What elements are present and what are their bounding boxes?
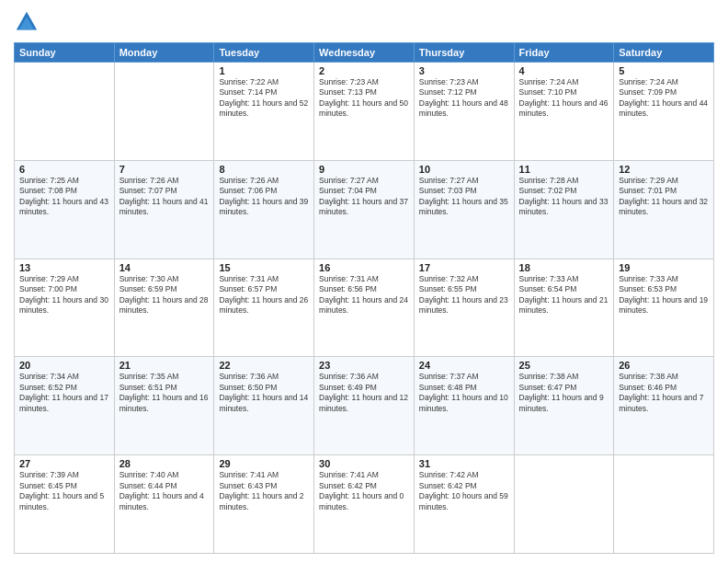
cell-info: Sunrise: 7:41 AMSunset: 6:43 PMDaylight:… — [219, 470, 309, 512]
calendar-cell — [614, 455, 714, 554]
calendar-cell: 5Sunrise: 7:24 AMSunset: 7:09 PMDaylight… — [614, 63, 714, 161]
day-number: 2 — [319, 65, 409, 76]
calendar-cell: 20Sunrise: 7:34 AMSunset: 6:52 PMDayligh… — [15, 357, 115, 455]
calendar-cell — [514, 455, 614, 554]
day-number: 14 — [119, 262, 210, 273]
cell-info: Sunrise: 7:36 AMSunset: 6:49 PMDaylight:… — [319, 372, 409, 414]
cell-info: Sunrise: 7:30 AMSunset: 6:59 PMDaylight:… — [119, 274, 210, 316]
cell-info: Sunrise: 7:29 AMSunset: 7:00 PMDaylight:… — [19, 274, 109, 316]
weekday-header-saturday: Saturday — [614, 43, 714, 63]
day-number: 27 — [19, 458, 109, 469]
calendar-cell: 19Sunrise: 7:33 AMSunset: 6:53 PMDayligh… — [614, 259, 714, 357]
cell-info: Sunrise: 7:42 AMSunset: 6:42 PMDaylight:… — [419, 470, 509, 512]
day-number: 16 — [319, 262, 409, 273]
day-number: 20 — [19, 360, 109, 371]
cell-info: Sunrise: 7:38 AMSunset: 6:46 PMDaylight:… — [619, 372, 709, 414]
day-number: 9 — [319, 164, 409, 175]
day-number: 22 — [219, 360, 309, 371]
day-number: 5 — [619, 65, 709, 76]
weekday-header-monday: Monday — [114, 43, 214, 63]
day-number: 31 — [419, 458, 509, 469]
weekday-header-tuesday: Tuesday — [214, 43, 314, 63]
calendar-row-3: 20Sunrise: 7:34 AMSunset: 6:52 PMDayligh… — [15, 357, 714, 455]
day-number: 28 — [119, 458, 210, 469]
day-number: 30 — [319, 458, 409, 469]
calendar-cell: 3Sunrise: 7:23 AMSunset: 7:12 PMDaylight… — [414, 63, 514, 161]
page: SundayMondayTuesdayWednesdayThursdayFrid… — [0, 0, 728, 563]
calendar-cell: 26Sunrise: 7:38 AMSunset: 6:46 PMDayligh… — [614, 357, 714, 455]
cell-info: Sunrise: 7:35 AMSunset: 6:51 PMDaylight:… — [119, 372, 210, 414]
cell-info: Sunrise: 7:27 AMSunset: 7:04 PMDaylight:… — [319, 176, 409, 218]
calendar-cell: 16Sunrise: 7:31 AMSunset: 6:56 PMDayligh… — [314, 259, 415, 357]
calendar-cell: 27Sunrise: 7:39 AMSunset: 6:45 PMDayligh… — [15, 455, 115, 554]
day-number: 24 — [419, 360, 509, 371]
cell-info: Sunrise: 7:33 AMSunset: 6:53 PMDaylight:… — [619, 274, 709, 316]
weekday-header-wednesday: Wednesday — [314, 43, 415, 63]
calendar-table: SundayMondayTuesdayWednesdayThursdayFrid… — [14, 42, 714, 554]
cell-info: Sunrise: 7:31 AMSunset: 6:57 PMDaylight:… — [219, 274, 309, 316]
calendar-cell: 11Sunrise: 7:28 AMSunset: 7:02 PMDayligh… — [514, 160, 614, 259]
calendar-row-2: 13Sunrise: 7:29 AMSunset: 7:00 PMDayligh… — [15, 259, 714, 357]
day-number: 1 — [219, 65, 309, 76]
weekday-header-thursday: Thursday — [414, 43, 514, 63]
day-number: 18 — [519, 262, 609, 273]
cell-info: Sunrise: 7:39 AMSunset: 6:45 PMDaylight:… — [19, 470, 109, 512]
calendar-cell: 21Sunrise: 7:35 AMSunset: 6:51 PMDayligh… — [114, 357, 214, 455]
calendar-cell: 23Sunrise: 7:36 AMSunset: 6:49 PMDayligh… — [314, 357, 415, 455]
day-number: 19 — [619, 262, 709, 273]
calendar-cell: 4Sunrise: 7:24 AMSunset: 7:10 PMDaylight… — [514, 63, 614, 161]
calendar-cell: 10Sunrise: 7:27 AMSunset: 7:03 PMDayligh… — [414, 160, 514, 259]
calendar-cell: 1Sunrise: 7:22 AMSunset: 7:14 PMDaylight… — [214, 63, 314, 161]
calendar-cell: 30Sunrise: 7:41 AMSunset: 6:42 PMDayligh… — [314, 455, 415, 554]
calendar-cell: 29Sunrise: 7:41 AMSunset: 6:43 PMDayligh… — [214, 455, 314, 554]
calendar-cell: 31Sunrise: 7:42 AMSunset: 6:42 PMDayligh… — [414, 455, 514, 554]
calendar-cell: 12Sunrise: 7:29 AMSunset: 7:01 PMDayligh… — [614, 160, 714, 259]
day-number: 21 — [119, 360, 210, 371]
cell-info: Sunrise: 7:22 AMSunset: 7:14 PMDaylight:… — [219, 77, 309, 120]
cell-info: Sunrise: 7:41 AMSunset: 6:42 PMDaylight:… — [319, 470, 409, 512]
calendar-cell: 15Sunrise: 7:31 AMSunset: 6:57 PMDayligh… — [214, 259, 314, 357]
cell-info: Sunrise: 7:29 AMSunset: 7:01 PMDaylight:… — [619, 176, 709, 218]
cell-info: Sunrise: 7:24 AMSunset: 7:10 PMDaylight:… — [519, 77, 609, 120]
cell-info: Sunrise: 7:32 AMSunset: 6:55 PMDaylight:… — [419, 274, 509, 316]
calendar-cell: 6Sunrise: 7:25 AMSunset: 7:08 PMDaylight… — [15, 160, 115, 259]
calendar-cell: 22Sunrise: 7:36 AMSunset: 6:50 PMDayligh… — [214, 357, 314, 455]
cell-info: Sunrise: 7:40 AMSunset: 6:44 PMDaylight:… — [119, 470, 210, 512]
cell-info: Sunrise: 7:24 AMSunset: 7:09 PMDaylight:… — [619, 77, 709, 120]
cell-info: Sunrise: 7:28 AMSunset: 7:02 PMDaylight:… — [519, 176, 609, 218]
header — [14, 9, 714, 35]
day-number: 25 — [519, 360, 609, 371]
calendar-cell — [15, 63, 115, 161]
logo-icon — [14, 9, 40, 35]
day-number: 3 — [419, 65, 509, 76]
cell-info: Sunrise: 7:38 AMSunset: 6:47 PMDaylight:… — [519, 372, 609, 414]
day-number: 17 — [419, 262, 509, 273]
calendar-cell: 28Sunrise: 7:40 AMSunset: 6:44 PMDayligh… — [114, 455, 214, 554]
day-number: 6 — [19, 164, 109, 175]
calendar-cell: 9Sunrise: 7:27 AMSunset: 7:04 PMDaylight… — [314, 160, 415, 259]
calendar-cell: 7Sunrise: 7:26 AMSunset: 7:07 PMDaylight… — [114, 160, 214, 259]
calendar-row-1: 6Sunrise: 7:25 AMSunset: 7:08 PMDaylight… — [15, 160, 714, 259]
day-number: 12 — [619, 164, 709, 175]
calendar-cell: 2Sunrise: 7:23 AMSunset: 7:13 PMDaylight… — [314, 63, 415, 161]
cell-info: Sunrise: 7:33 AMSunset: 6:54 PMDaylight:… — [519, 274, 609, 316]
cell-info: Sunrise: 7:25 AMSunset: 7:08 PMDaylight:… — [19, 176, 109, 218]
cell-info: Sunrise: 7:27 AMSunset: 7:03 PMDaylight:… — [419, 176, 509, 218]
calendar-row-4: 27Sunrise: 7:39 AMSunset: 6:45 PMDayligh… — [15, 455, 714, 554]
weekday-header-friday: Friday — [514, 43, 614, 63]
day-number: 15 — [219, 262, 309, 273]
calendar-cell — [114, 63, 214, 161]
cell-info: Sunrise: 7:37 AMSunset: 6:48 PMDaylight:… — [419, 372, 509, 414]
cell-info: Sunrise: 7:36 AMSunset: 6:50 PMDaylight:… — [219, 372, 309, 414]
calendar-cell: 13Sunrise: 7:29 AMSunset: 7:00 PMDayligh… — [15, 259, 115, 357]
cell-info: Sunrise: 7:34 AMSunset: 6:52 PMDaylight:… — [19, 372, 109, 414]
day-number: 13 — [19, 262, 109, 273]
calendar-cell: 17Sunrise: 7:32 AMSunset: 6:55 PMDayligh… — [414, 259, 514, 357]
weekday-header-row: SundayMondayTuesdayWednesdayThursdayFrid… — [15, 43, 714, 63]
day-number: 23 — [319, 360, 409, 371]
cell-info: Sunrise: 7:31 AMSunset: 6:56 PMDaylight:… — [319, 274, 409, 316]
day-number: 10 — [419, 164, 509, 175]
cell-info: Sunrise: 7:26 AMSunset: 7:07 PMDaylight:… — [119, 176, 210, 218]
weekday-header-sunday: Sunday — [15, 43, 115, 63]
calendar-row-0: 1Sunrise: 7:22 AMSunset: 7:14 PMDaylight… — [15, 63, 714, 161]
